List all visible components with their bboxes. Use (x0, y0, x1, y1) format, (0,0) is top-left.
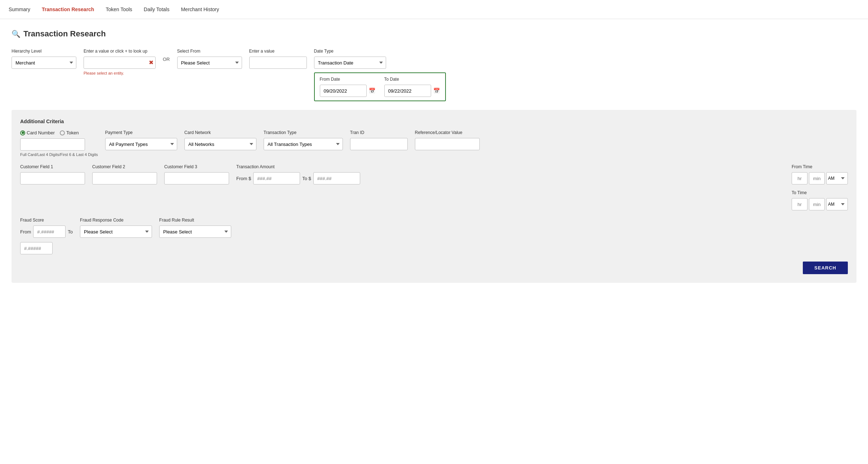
card-network-group: Card Network All Networks Visa Mastercar… (184, 130, 256, 150)
enter-value-label: Enter a value (249, 49, 307, 54)
select-from-label: Select From (177, 49, 242, 54)
search-button[interactable]: SEARCH (803, 262, 848, 274)
from-date-label: From Date (320, 77, 376, 82)
to-time-ampm-select[interactable]: AM PM (826, 198, 848, 210)
lookup-input[interactable] (84, 57, 156, 69)
fraud-response-code-select[interactable]: Please Select (80, 226, 152, 238)
card-number-input[interactable] (20, 138, 85, 151)
card-number-radio-dot[interactable] (20, 130, 25, 135)
to-time-row: AM PM (792, 198, 848, 210)
payment-type-select[interactable]: All Payment Types Credit Debit (105, 138, 177, 150)
fraud-response-code-group: Fraud Response Code Please Select (80, 218, 152, 238)
from-time-min-input[interactable] (809, 172, 825, 184)
amount-to-input[interactable] (313, 172, 360, 184)
card-number-radio-label[interactable]: Card Number (20, 130, 55, 135)
reference-locator-label: Reference/Locator Value (415, 130, 480, 135)
card-hint: Full Card/Last 4 Digits/First 6 & Last 4… (20, 152, 98, 157)
nav-item-token-tools[interactable]: Token Tools (106, 6, 132, 12)
lookup-label: Enter a value or click + to look up (84, 49, 156, 54)
form-top: Hierarchy Level Merchant Chain Group Ent… (12, 49, 856, 101)
customer-field-3-group: Customer Field 3 (164, 164, 229, 184)
to-time-min-input[interactable] (809, 198, 825, 210)
customer-field-3-input[interactable] (164, 172, 229, 184)
customer-field-2-group: Customer Field 2 (92, 164, 157, 184)
from-time-label: From Time (792, 164, 848, 169)
customer-field-2-input[interactable] (92, 172, 157, 184)
amount-from-input[interactable] (253, 172, 300, 184)
enter-value-group: Enter a value (249, 49, 307, 69)
payment-type-group: Payment Type All Payment Types Credit De… (105, 130, 177, 150)
page-title: 🔍 Transaction Research (12, 29, 856, 39)
additional-criteria-section: Additional Criteria Card Number Token Fu… (12, 110, 856, 283)
from-date-input[interactable] (320, 85, 367, 97)
amount-from-label: From $ (236, 176, 251, 181)
to-date-input[interactable] (384, 85, 431, 97)
date-type-select[interactable]: Transaction Date Settlement Date (314, 57, 386, 69)
token-radio-label[interactable]: Token (60, 130, 79, 135)
tran-id-group: Tran ID (350, 130, 408, 150)
token-radio-text: Token (66, 130, 79, 135)
search-btn-row: SEARCH (20, 262, 848, 274)
fraud-score-from-input[interactable] (33, 226, 66, 238)
card-number-group: Card Number Token Full Card/Last 4 Digit… (20, 130, 98, 157)
fraud-rule-result-label: Fraud Rule Result (159, 218, 231, 223)
fraud-from-row: From To (20, 226, 73, 238)
reference-locator-group: Reference/Locator Value (415, 130, 480, 150)
date-type-group: Date Type Transaction Date Settlement Da… (314, 49, 446, 101)
to-date-calendar-icon[interactable]: 📅 (433, 88, 440, 94)
to-time-label: To Time (792, 190, 848, 195)
transaction-amount-group: Transaction Amount From $ To $ (236, 164, 360, 184)
date-range-box: From Date 📅 To Date 📅 (314, 72, 446, 101)
enter-value-input[interactable] (249, 57, 307, 69)
lookup-group: Enter a value or click + to look up ✖ Pl… (84, 49, 156, 75)
reference-locator-input[interactable] (415, 138, 480, 150)
hierarchy-level-select[interactable]: Merchant Chain Group (12, 57, 76, 69)
to-date-wrap: 📅 (384, 85, 440, 97)
from-date-field: From Date 📅 (320, 77, 376, 97)
customer-field-3-label: Customer Field 3 (164, 164, 229, 169)
transaction-type-label: Transaction Type (264, 130, 343, 135)
transaction-amount-label: Transaction Amount (236, 164, 360, 169)
tran-id-input[interactable] (350, 138, 408, 150)
fraud-to-input-wrap (20, 242, 73, 254)
hierarchy-level-group: Hierarchy Level Merchant Chain Group (12, 49, 76, 69)
nav-item-daily-totals[interactable]: Daily Totals (144, 6, 169, 12)
select-from-group: Select From Please Select (177, 49, 242, 69)
fraud-rule-result-select[interactable]: Please Select (159, 226, 231, 238)
to-date-field: To Date 📅 (384, 77, 440, 97)
search-icon: 🔍 (12, 30, 21, 38)
transaction-type-select[interactable]: All Transaction Types Sale Refund Void (264, 138, 343, 150)
fraud-score-to-input[interactable] (20, 242, 53, 254)
lookup-wrapper: ✖ (84, 57, 156, 69)
criteria-row-2: Customer Field 1 Customer Field 2 Custom… (20, 164, 848, 210)
nav-item-transaction-research[interactable]: Transaction Research (42, 6, 94, 12)
customer-field-1-group: Customer Field 1 (20, 164, 85, 184)
card-network-label: Card Network (184, 130, 256, 135)
card-network-select[interactable]: All Networks Visa Mastercard Amex Discov… (184, 138, 256, 150)
from-time-group: From Time AM PM (792, 164, 848, 184)
from-time-hr-input[interactable] (792, 172, 807, 184)
page-content: 🔍 Transaction Research Hierarchy Level M… (0, 19, 868, 293)
from-time-ampm-select[interactable]: AM PM (826, 172, 848, 184)
fraud-response-code-label: Fraud Response Code (80, 218, 152, 223)
or-separator: OR (163, 57, 170, 62)
fraud-rule-result-group: Fraud Rule Result Please Select (159, 218, 231, 238)
card-token-radio-group: Card Number Token (20, 130, 98, 135)
additional-criteria-title: Additional Criteria (20, 119, 848, 124)
nav-item-summary[interactable]: Summary (9, 6, 30, 12)
to-time-hr-input[interactable] (792, 198, 807, 210)
from-date-calendar-icon[interactable]: 📅 (369, 88, 376, 94)
main-nav: Summary Transaction Research Token Tools… (0, 0, 868, 19)
nav-item-merchant-history[interactable]: Merchant History (181, 6, 219, 12)
hierarchy-level-label: Hierarchy Level (12, 49, 76, 54)
lookup-clear-button[interactable]: ✖ (149, 60, 153, 66)
to-date-label: To Date (384, 77, 440, 82)
payment-type-label: Payment Type (105, 130, 177, 135)
customer-field-1-input[interactable] (20, 172, 85, 184)
from-date-wrap: 📅 (320, 85, 376, 97)
token-radio-dot[interactable] (60, 130, 65, 135)
page-title-text: Transaction Research (23, 29, 106, 39)
fraud-score-group: Fraud Score From To (20, 218, 73, 254)
select-from-select[interactable]: Please Select (177, 57, 242, 69)
tran-id-label: Tran ID (350, 130, 408, 135)
